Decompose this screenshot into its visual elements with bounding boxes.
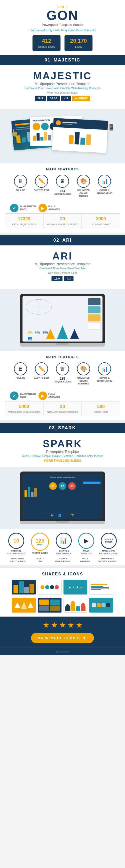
ari-mockup: 30% 65% 85% 👥 [0,289,125,351]
spark-laptop-display: Social Media Infographics 01 02 03 🐦 📘 [23,474,102,519]
feature-edit: ✏️ EASY TO EDIT [33,175,50,198]
premade-label: PREMADECOLOR SCHEMES [6,550,26,555]
ari-badge-guaranteed: ✔ GUARANTEEDFILES [10,392,36,400]
stat-label-1: Unique Slides [38,45,55,48]
sublabel-many: Many More:500 slide as Print [97,558,118,563]
stat-premade-label: PREMADE COLOR SCHEMES [47,223,78,226]
slides-big-num: 123 [36,538,45,544]
majestic-slide-stack: PRESENTATION [10,114,115,159]
majestic-block: MAJESTIC Multipurpose Presentation Templ… [0,65,125,109]
stat-icons-num: 3000 [83,216,119,222]
majestic-features-title: MAIN FEATURES [5,167,120,171]
ari-fullhd-icon: 🖥 [14,362,27,375]
people-icon: 👥 [28,336,33,341]
spark-desc: Clean, Creative, Simple, Unique, Scalabl… [5,455,120,458]
ari-sizes-label: With Two Different Sizes [5,271,120,274]
star-5: ★ [76,621,83,629]
sublabel-charts: CHARTS &INFOGRAPHICS [52,558,73,563]
spark-block: SPARK Powerpoint Template Clean, Creativ… [0,433,125,467]
thumb-dark-2 [38,598,61,613]
spark-title: SPARK [5,439,120,449]
tri-deco [46,325,79,339]
spark-feat-screen: 4:3 & 16:9SCREEN Many More:500 slide as … [99,533,119,555]
slides-circle: 123 PPTX [31,533,49,551]
main-title: GON [2,9,123,22]
thumb-light-1 [38,580,61,594]
spark-sub-labels: POWERPOINTSHAPES & ICONS EASY TOEDIT CHA… [2,558,123,563]
stat-pptx-num: 12320 [6,216,42,222]
header-section: 3 IN 1 GON Powerpoint Template Bundle Pr… [0,0,125,55]
spark-social-icons: 🐦 📘 ▶ 📸 [50,514,75,517]
ari-icons-num: 500 [83,404,119,409]
spark-laptop-chin [20,521,105,524]
ari-badge-play-icon: ▶ [39,392,47,400]
spark-infographic-title: Social Media Infographics [25,476,100,478]
ari-stat-premade: 20 PREMADE COLOR SCHEMES [43,402,82,416]
slides-label: UNIQUE SLIDES [53,193,72,196]
majestic-features: MAIN FEATURES 🖥 FULL HD ✏️ EASY TO EDIT … [0,163,125,232]
sublabel-fully: Fullyanimated [75,558,95,563]
feature-fullhd: 🖥 FULL HD [11,175,30,198]
badge-animated: ▶ FULLYANIMATED [39,204,60,212]
world-map-deco [25,299,52,315]
spark-laptop: Social Media Infographics 01 02 03 🐦 📘 [20,471,105,524]
ari-stats-bar: 5400 PPTX SLIDES UNIQUE SLIDES 20 PREMAD… [5,401,120,416]
sublabel-powerpoint: POWERPOINTSHAPES & ICONS [7,558,28,563]
badge-play-icon: ▶ [39,204,47,212]
ari-slides: ♛ 135 UNIQUE SLIDES [53,362,72,385]
fullhd-icon: 🖥 [14,175,27,188]
spark-bar-chart [25,487,37,497]
animated-label: Fullyanimated [76,550,96,555]
ari-badge-guaranteed-label: GUARANTEEDFILES [20,393,36,399]
cta-button[interactable]: VIEW MORE SLIDES ▼ [31,633,94,643]
spark-feat-animated: ▶ Fullyanimated [76,533,96,555]
stat-box-2: 20,170 Slides [65,35,92,51]
ari-premade-num: 20 [45,404,81,409]
ari-slides-num: 135 [53,377,72,380]
spark-slides-label: MORE THAN 2450 SLIDES [5,459,120,463]
ari-colors: 🎨 UNLIMITED COLOR SCHEMES [75,362,92,385]
badge-animated-label: FULLYANIMATED [48,205,60,211]
ari-colors-icon: 🎨 [77,362,90,375]
ari-badge-animated: ▶ FULLYANIMATED [39,392,60,400]
ari-fullhd-label: FULL HD [11,377,30,380]
badge-guaranteed: ✔ GUARANTEEDFILES [10,204,36,212]
ari-badge-check-icon: ✔ [10,392,18,400]
majestic-badges-row: ✔ GUARANTEEDFILES ▶ FULLYANIMATED [5,201,120,212]
majestic-mockup: PRESENTATION [0,109,125,163]
watermark: gfxtra.com [0,647,125,655]
slides-icon: ♛ [56,175,69,188]
ari-premade-label: PREMADE COLOR SCHEMES [47,411,78,413]
edit-icon: ✏️ [35,175,48,188]
stat-icons-label: ICONS AS SHAPE [91,223,111,226]
ari-features: MAIN FEATURES 🖥 FULL HD ✏️ EASY TO EDIT … [0,351,125,420]
stat-premade: 20 PREMADE COLOR SCHEMES [43,214,82,228]
spark-info-circles: 10 PREMADECOLOR SCHEMES 123 PPTX UNIQUE … [2,533,123,555]
pct-30: 30% [28,331,33,334]
majestic-features-grid: 🖥 FULL HD ✏️ EASY TO EDIT ♛ 154 UNIQUE S… [5,175,120,198]
ari-pptx-num: 5400 [6,404,42,409]
stat-pptx: 12320 PPTX UNIQUE SLIDES [5,214,43,228]
chart-label: CHART & INFOGRAPHIC [95,189,114,195]
thumb-teal-2 [89,598,113,613]
slides-sub: PPTX [38,544,43,546]
stat-label-2: Slides [75,45,82,48]
stat-premade-num: 20 [45,216,81,222]
ari-badges-row: ✔ GUARANTEEDFILES ▶ FULLYANIMATED [5,389,120,400]
ari-pptx-label: PPTX SLIDES UNIQUE SLIDES [8,411,40,413]
ari-chart: 📊 CHART & INFOGRAPHIC [95,362,114,385]
ari-edit-icon: ✏️ [35,362,48,375]
stat-num-1: 412 [38,38,55,44]
ari-slides-icon: ♛ [56,362,69,375]
screen-circle: 4:3 & 16:9SCREEN [101,533,117,549]
ari-features-grid: 🖥 FULL HD ✏️ EASY TO EDIT ♛ 135 UNIQUE S… [5,362,120,385]
spark-features-section: 10 PREMADECOLOR SCHEMES 123 PPTX UNIQUE … [0,529,125,565]
ari-subtitle: Multipurpose Presentation Template [5,262,120,266]
shapes-section: SHAPES & Icons ★ ★ ★ ★ [0,568,125,617]
size-tag-a4: A4 PRINT [72,96,90,101]
spark-feat-charts: 📊 CHARTS &INFOGRAPHICS [54,533,74,555]
spark-feat-premade: 10 PREMADECOLOR SCHEMES [6,533,26,555]
cta-button-wrap[interactable]: VIEW MORE SLIDES ▼ [4,632,121,643]
screen-label: Many More:500 slide as Print [99,550,119,555]
ari-colors-label: UNLIMITED COLOR SCHEMES [75,377,92,385]
